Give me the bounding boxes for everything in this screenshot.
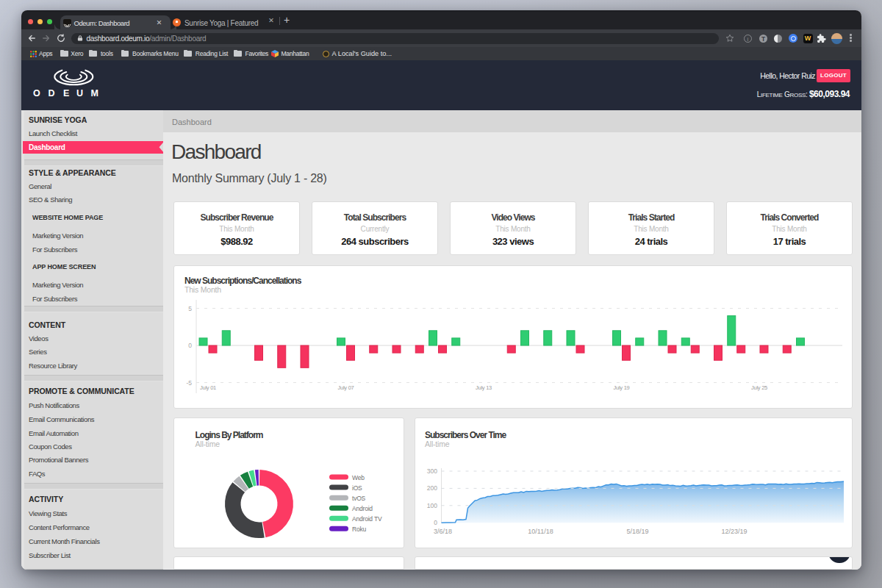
svg-text:100: 100 (427, 502, 437, 509)
svg-text:July 19: July 19 (613, 384, 629, 391)
svg-text:5: 5 (188, 305, 192, 312)
svg-text:July 01: July 01 (200, 384, 216, 391)
svg-text:5/18/19: 5/18/19 (626, 528, 648, 535)
svg-text:July 13: July 13 (476, 384, 492, 391)
svg-text:200: 200 (427, 484, 437, 492)
svg-text:10/11/18: 10/11/18 (528, 528, 553, 535)
svg-text:Android TV: Android TV (352, 515, 382, 523)
svg-text:0: 0 (188, 342, 192, 349)
svg-text:July 07: July 07 (337, 384, 354, 391)
svg-text:12/23/19: 12/23/19 (721, 528, 747, 535)
svg-text:Roku: Roku (352, 526, 367, 533)
svg-text:3/6/18: 3/6/18 (434, 528, 452, 535)
svg-text:iOS: iOS (352, 484, 362, 492)
svg-text:tvOS: tvOS (352, 495, 366, 502)
svg-text:Android: Android (352, 505, 373, 512)
svg-text:-5: -5 (186, 379, 192, 387)
svg-text:300: 300 (427, 467, 437, 475)
svg-text:July 25: July 25 (751, 384, 767, 391)
svg-text:0: 0 (434, 519, 437, 526)
svg-text:Web: Web (352, 474, 365, 481)
